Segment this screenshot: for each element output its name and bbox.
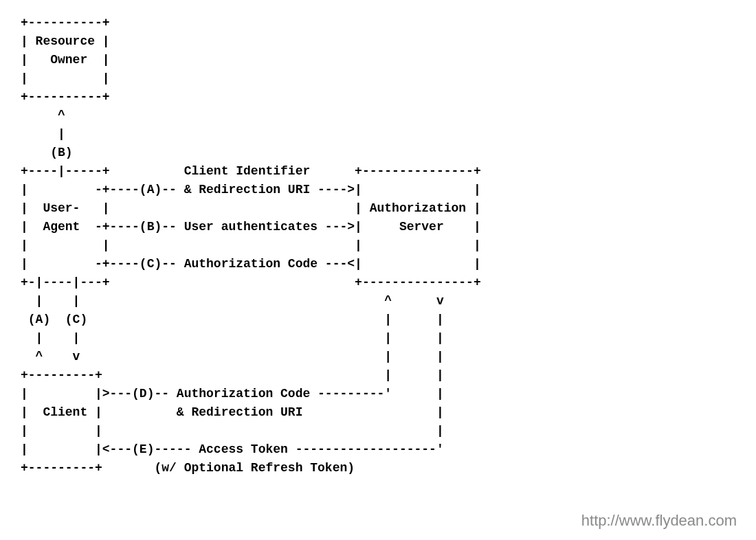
watermark: http://www.flydean.com [581, 509, 737, 532]
oauth-flow-diagram: +----------+ | Resource | | Owner | | | … [0, 0, 756, 491]
